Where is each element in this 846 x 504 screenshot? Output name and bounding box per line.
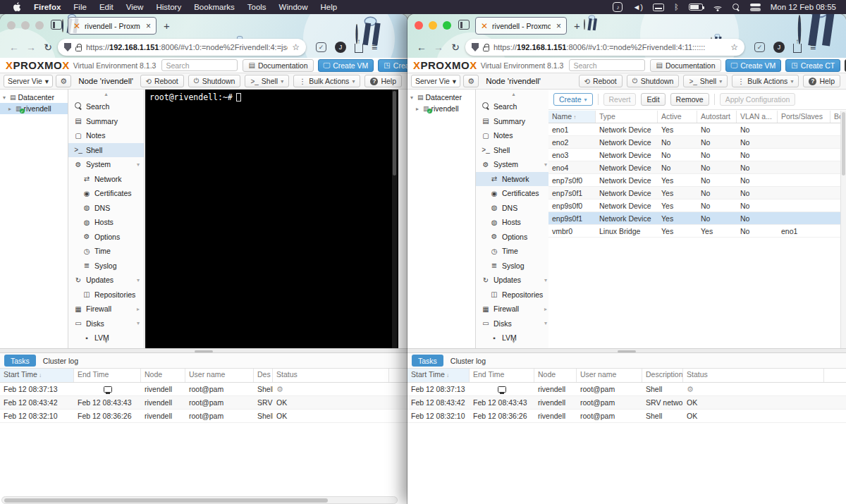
create-vm-button[interactable]: 🖵Create VM — [318, 59, 374, 72]
column-header-node[interactable]: Node — [141, 369, 185, 382]
app-menu-icon[interactable]: ≡ — [372, 42, 377, 53]
column-header-user-name[interactable]: User name — [185, 369, 254, 382]
firefox-view-icon[interactable] — [51, 20, 62, 30]
network-row-enp7s0f1[interactable]: enp7s0f1Network DeviceYesNoNo — [548, 187, 846, 199]
network-row-eno3[interactable]: eno3Network DeviceNoNoNo — [548, 149, 846, 161]
lock-icon[interactable] — [483, 47, 489, 51]
menu-bar-item-edit[interactable]: Edit — [99, 3, 114, 11]
sidebar-item-repositories[interactable]: ◫Repositories — [68, 288, 144, 302]
column-header-user-name[interactable]: User name — [577, 369, 642, 382]
column-header-des[interactable]: Des — [254, 369, 273, 382]
sidebar-item-notes[interactable]: ▢Notes — [68, 128, 144, 143]
vertical-scrollbar[interactable] — [840, 111, 846, 348]
tab-cluster-log[interactable]: Cluster log — [43, 357, 78, 365]
sidebar-item-firewall[interactable]: ▦Firewall▸ — [68, 302, 144, 316]
keyboard-icon[interactable] — [653, 4, 664, 11]
task-row[interactable]: Feb 12 08:37:13rivendellroot@pamShell⚙ — [407, 383, 846, 396]
column-header-autostart[interactable]: Autostart — [697, 111, 737, 123]
share-icon[interactable] — [793, 44, 802, 53]
control-center-icon[interactable] — [750, 4, 761, 11]
column-header-ports-slaves[interactable]: Ports/Slaves — [778, 111, 830, 123]
tree-item-rivendell[interactable]: ▸▥✓rivendell — [0, 103, 68, 114]
create-vm-button[interactable]: 🖵Create VM — [725, 59, 782, 72]
server-view-select[interactable]: Server Vie▾ — [4, 75, 53, 87]
spotlight-icon[interactable] — [732, 4, 740, 11]
sidebar-item-shell[interactable]: >_Shell — [476, 143, 551, 158]
back-button[interactable]: ← — [6, 42, 23, 53]
help-button[interactable]: ?Help — [364, 75, 402, 87]
reload-button[interactable]: ↻ — [39, 42, 56, 53]
shell-button[interactable]: >_Shell▾ — [683, 75, 728, 87]
sidebar-item-network[interactable]: ⇄Network — [68, 172, 144, 187]
column-header-start-time[interactable]: Start Time ↓ — [0, 369, 74, 382]
extension-icon[interactable]: ✓ — [316, 42, 326, 52]
firefox-view-icon[interactable] — [458, 20, 470, 30]
tracking-protection-icon[interactable] — [64, 43, 71, 51]
menubar-app-icon[interactable]: ♪ — [613, 2, 623, 12]
column-header-name[interactable]: Name ↑ — [548, 111, 596, 123]
scroll-up-indicator[interactable]: ▴ — [68, 90, 144, 99]
new-tab-button[interactable]: + — [164, 20, 170, 32]
sidebar-item-certificates[interactable]: ◉Certificates — [68, 186, 144, 201]
sidebar-item-hosts[interactable]: ◍Hosts — [476, 215, 551, 230]
tab-cluster-log[interactable]: Cluster log — [450, 357, 486, 365]
back-button[interactable]: ← — [413, 42, 430, 53]
sidebar-item-summary[interactable]: ▤Summary — [68, 114, 144, 129]
url-bar[interactable]: https://192.168.1.151:8006/#v1:0:=node%2… — [465, 39, 744, 56]
window-controls[interactable] — [415, 21, 451, 30]
bookmark-star-icon[interactable]: ☆ — [292, 42, 300, 52]
network-row-eno2[interactable]: eno2Network DeviceNoNoNo — [548, 136, 846, 149]
sidebar-item-summary[interactable]: ▤Summary — [476, 114, 551, 129]
menu-bar-item-view[interactable]: View — [126, 3, 144, 11]
create-ct-button[interactable]: ◳Create CT — [378, 59, 407, 72]
menu-bar-item-window[interactable]: Window — [279, 3, 308, 11]
sidebar-item-system[interactable]: ⚙System▾ — [68, 157, 144, 172]
battery-icon[interactable] — [689, 4, 703, 11]
tab-close-icon[interactable]: × — [556, 21, 561, 31]
wifi-icon[interactable] — [713, 4, 723, 11]
extension-icon[interactable]: ✓ — [754, 42, 765, 52]
sidebar-item-updates[interactable]: ↻Updates▾ — [68, 273, 144, 288]
view-settings-gear-icon[interactable]: ⚙ — [56, 75, 71, 87]
lock-icon[interactable] — [75, 47, 82, 51]
account-avatar[interactable]: J — [335, 42, 346, 53]
column-header-description[interactable]: Description — [642, 369, 683, 382]
reboot-button[interactable]: ⟲Reboot — [140, 75, 184, 87]
remove-button[interactable]: Remove — [670, 93, 709, 106]
sidebar-item-disks[interactable]: ▭Disks▾ — [68, 316, 144, 331]
bluetooth-icon[interactable]: ᛒ — [674, 3, 679, 11]
sidebar-item-syslog[interactable]: ≣Syslog — [68, 259, 144, 273]
sidebar-item-firewall[interactable]: ▦Firewall▸ — [476, 302, 551, 316]
tab-tasks[interactable]: Tasks — [412, 355, 443, 367]
terminal[interactable]: root@rivendell:~# — [145, 90, 398, 348]
task-row[interactable]: Feb 12 08:32:10Feb 12 08:36:26rivendellr… — [0, 410, 407, 423]
column-header-status[interactable]: Status — [683, 369, 824, 382]
reload-button[interactable]: ↻ — [447, 42, 464, 53]
sidebar-item-syslog[interactable]: ≣Syslog — [476, 259, 551, 273]
tree-item-datacenter[interactable]: ▾▤Datacenter — [0, 92, 68, 103]
create-ct-button[interactable]: ◳Create CT — [785, 59, 840, 72]
network-row-enp7s0f0[interactable]: enp7s0f0Network DeviceYesNoNo — [548, 174, 846, 187]
tree-item-rivendell[interactable]: ▸▥✓rivendell — [407, 103, 475, 114]
reboot-button[interactable]: ⟲Reboot — [579, 75, 623, 87]
horizontal-scrollbar[interactable] — [1, 496, 398, 504]
tab-close-icon[interactable]: × — [146, 21, 151, 31]
network-row-enp9s0f1[interactable]: enp9s0f1Network DeviceYesNoNo — [548, 212, 846, 225]
shutdown-button[interactable]: ⏻Shutdown — [188, 75, 241, 87]
task-row[interactable]: Feb 12 08:43:42Feb 12 08:43:43rivendellr… — [407, 396, 846, 410]
network-row-eno1[interactable]: eno1Network DeviceYesNoNo — [548, 123, 846, 136]
window-controls[interactable] — [7, 21, 44, 30]
sidebar-item-network[interactable]: ⇄Network — [476, 172, 551, 187]
sidebar-item-certificates[interactable]: ◉Certificates — [476, 186, 551, 201]
view-settings-gear-icon[interactable]: ⚙ — [463, 75, 479, 87]
sidebar-item-disks[interactable]: ▭Disks▾ — [476, 316, 551, 331]
menu-bar-item-help[interactable]: Help — [321, 3, 338, 11]
menu-bar-item-history[interactable]: History — [156, 3, 181, 11]
sidebar-item-dns[interactable]: ◍DNS — [476, 201, 551, 216]
menu-bar-item-firefox[interactable]: Firefox — [34, 3, 61, 11]
task-row[interactable]: Feb 12 08:37:13rivendellroot@pamShell⚙ — [0, 383, 407, 396]
sidebar-item-options[interactable]: ⚙Options — [476, 230, 551, 245]
column-header-vlan-a-[interactable]: VLAN a... — [737, 111, 778, 123]
column-header-type[interactable]: Type — [596, 111, 658, 123]
sidebar-item-hosts[interactable]: ◍Hosts — [68, 215, 144, 230]
